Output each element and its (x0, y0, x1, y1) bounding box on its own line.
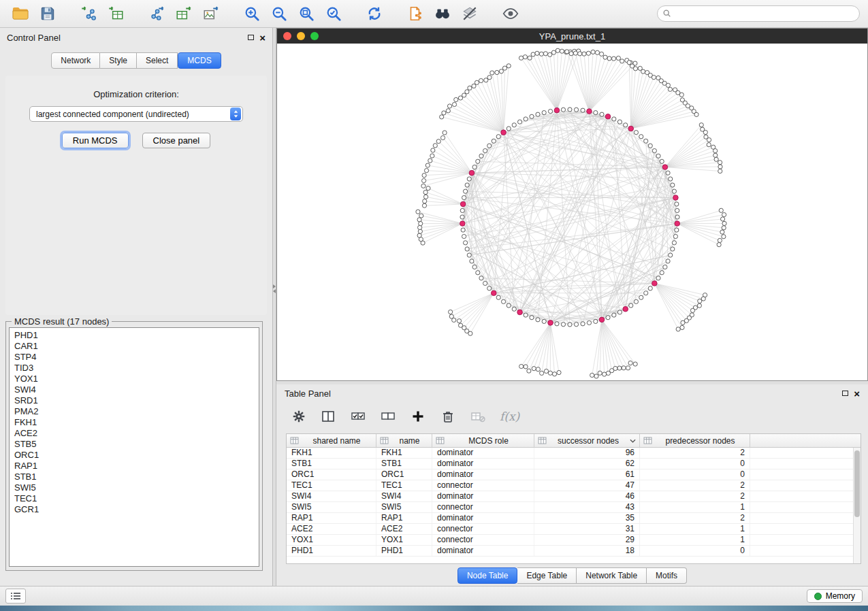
search-input[interactable] (657, 5, 860, 22)
table-cell: 0 (640, 546, 750, 556)
maximize-window-icon[interactable] (310, 32, 319, 40)
tab-network[interactable]: Network (51, 52, 100, 69)
refresh-icon (366, 5, 383, 22)
show-columns-button[interactable] (320, 408, 336, 425)
hide-graphics-details-button[interactable] (457, 2, 482, 25)
deselect-all-button[interactable] (380, 408, 396, 425)
mcds-result-item[interactable]: CAR1 (14, 341, 254, 352)
import-table-button[interactable] (103, 2, 128, 25)
mcds-result-item[interactable]: STB5 (14, 439, 254, 450)
close-table-panel-icon[interactable]: × (854, 389, 860, 399)
zoom-out-button[interactable] (267, 2, 291, 25)
export-table-button[interactable] (172, 2, 196, 25)
close-panel-icon[interactable]: × (259, 33, 266, 43)
table-cell: 62 (534, 459, 640, 469)
mcds-result-item[interactable]: PMA2 (14, 406, 254, 417)
tab-style[interactable]: Style (100, 52, 137, 69)
run-mcds-button[interactable]: Run MCDS (62, 133, 129, 148)
mcds-result-item[interactable]: ACE2 (14, 428, 254, 439)
column-header-predecessor-nodes[interactable]: predecessor nodes (640, 434, 750, 447)
search-network-button[interactable] (430, 2, 455, 25)
table-row[interactable]: FKH1FKH1dominator962 (287, 448, 861, 459)
memory-button[interactable]: Memory (807, 589, 863, 603)
close-panel-button[interactable]: Close panel (142, 133, 211, 148)
table-row[interactable]: ORC1ORC1dominator610 (287, 469, 861, 480)
network-window-titlebar[interactable]: YPA_prune.txt_1 (277, 29, 867, 44)
table-panel-tabs: Node TableEdge TableNetwork TableMotifs (276, 567, 868, 584)
mcds-result-item[interactable]: TID3 (14, 363, 254, 374)
refresh-button[interactable] (362, 2, 387, 25)
column-header-name[interactable]: name (376, 434, 432, 447)
table-cell: STB1 (376, 459, 432, 469)
table-row[interactable]: SWI4SWI4dominator462 (287, 491, 861, 502)
zoom-in-button[interactable] (240, 2, 264, 25)
sort-chevron-icon[interactable] (630, 439, 636, 443)
float-table-panel-icon[interactable] (842, 391, 848, 396)
export-image-button[interactable] (199, 2, 223, 25)
criterion-select[interactable]: largest connected component (undirected) (29, 106, 243, 122)
control-panel-tabs: NetworkStyleSelectMCDS (0, 52, 272, 69)
close-window-icon[interactable] (283, 32, 291, 40)
table-row[interactable]: PHD1PHD1dominator180 (287, 546, 861, 557)
column-header-successor-nodes[interactable]: successor nodes (534, 434, 640, 447)
table-row[interactable]: TEC1TEC1connector472 (287, 480, 861, 491)
table-row[interactable]: YOX1YOX1connector291 (287, 535, 861, 546)
zoom-fit-button[interactable] (294, 2, 319, 25)
export-network-button[interactable] (144, 2, 169, 25)
table-row[interactable]: RAP1RAP1dominator352 (287, 513, 861, 524)
open-file-button[interactable] (8, 2, 33, 25)
tab-node-table[interactable]: Node Table (457, 567, 518, 584)
mcds-result-item[interactable]: SWI5 (14, 482, 254, 493)
mcds-result-item[interactable]: STB1 (14, 472, 254, 482)
table-cell: 35 (534, 513, 640, 523)
save-button[interactable] (35, 2, 60, 25)
column-header-MCDS-role[interactable]: MCDS role (432, 434, 534, 447)
import-network-button[interactable] (76, 2, 101, 25)
table-scrollbar[interactable] (853, 448, 861, 563)
network-window-title: YPA_prune.txt_1 (277, 31, 867, 42)
workspace-area: YPA_prune.txt_1 Table Panel × (276, 28, 868, 586)
table-cell: SWI4 (287, 491, 376, 501)
zoom-selected-button[interactable] (321, 2, 346, 25)
show-view-button[interactable] (498, 2, 523, 25)
export-network-icon (148, 5, 165, 22)
mcds-result-item[interactable]: PHD1 (14, 330, 254, 341)
tab-motifs[interactable]: Motifs (647, 567, 687, 584)
add-column-button[interactable] (410, 408, 426, 425)
table-cell: dominator (432, 491, 534, 501)
tab-select[interactable]: Select (137, 52, 178, 69)
mcds-result-list[interactable]: PHD1CAR1STP4TID3YOX1SWI4SRD1PMA2FKH1ACE2… (9, 327, 259, 567)
select-all-button[interactable] (350, 408, 366, 425)
mcds-result-item[interactable]: STP4 (14, 352, 254, 363)
mcds-result-box: MCDS result (17 nodes) PHD1CAR1STP4TID3Y… (5, 316, 263, 571)
mcds-result-item[interactable]: ORC1 (14, 450, 254, 461)
table-settings-button[interactable] (291, 409, 306, 424)
mcds-result-item[interactable]: TEC1 (14, 493, 254, 504)
tab-edge-table[interactable]: Edge Table (517, 567, 577, 584)
minimize-window-icon[interactable] (297, 32, 305, 40)
toolbar-search (657, 5, 860, 22)
delete-column-button[interactable] (440, 408, 456, 425)
tab-mcds[interactable]: MCDS (178, 52, 221, 69)
table-row[interactable]: SWI5SWI5connector431 (287, 502, 861, 513)
tab-network-table[interactable]: Network Table (577, 567, 647, 584)
share-document-button[interactable] (403, 2, 428, 25)
table-scrollbar-thumb[interactable] (854, 450, 860, 517)
mcds-result-item[interactable]: SWI4 (14, 384, 254, 395)
network-canvas[interactable] (277, 44, 867, 380)
mcds-result-item[interactable]: RAP1 (14, 461, 254, 472)
mcds-result-item[interactable]: FKH1 (14, 417, 254, 428)
table-row[interactable]: ACE2ACE2connector311 (287, 524, 861, 535)
binoculars-icon (434, 5, 451, 22)
table-cell-filler (750, 448, 861, 458)
mcds-result-item[interactable]: GCR1 (14, 504, 254, 515)
panel-menu-button[interactable] (5, 589, 26, 604)
table-row[interactable]: STB1STB1dominator620 (287, 459, 861, 469)
table-cell: 18 (534, 546, 640, 556)
mcds-result-item[interactable]: SRD1 (14, 395, 254, 406)
table-cell-filler (750, 502, 861, 512)
column-header-shared-name[interactable]: shared name (287, 434, 376, 447)
float-panel-icon[interactable] (248, 35, 254, 40)
mcds-result-item[interactable]: YOX1 (14, 374, 254, 384)
table-cell: SWI5 (376, 502, 432, 512)
